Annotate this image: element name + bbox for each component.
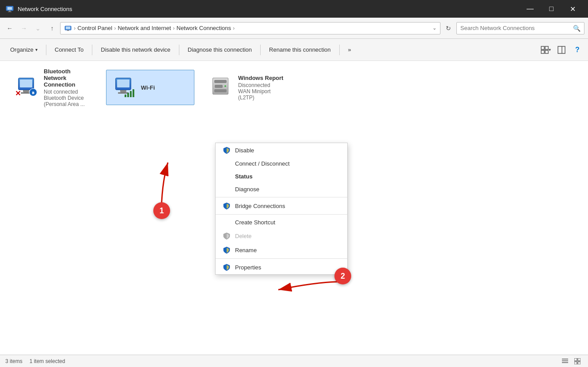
shield-rename-icon <box>223 246 231 254</box>
wifi-name: Wi-Fi <box>141 84 190 91</box>
search-icon: 🔍 <box>573 25 580 32</box>
server-info: Windows Report Disconnected WAN Miniport… <box>238 75 287 101</box>
svg-rect-6 <box>67 30 69 31</box>
toolbar: Organize ▾ Connect To Disable this netwo… <box>0 39 588 61</box>
disable-button[interactable]: Disable this network device <box>94 41 177 59</box>
connect-to-button[interactable]: Connect To <box>48 41 91 59</box>
toolbar-separator-4 <box>260 45 261 55</box>
svg-rect-11 <box>558 46 565 53</box>
more-button[interactable]: » <box>341 41 358 59</box>
svg-rect-19 <box>578 358 580 361</box>
bluetooth-info: Bluetooth Network Connection Not connect… <box>44 68 92 107</box>
svg-rect-2 <box>9 11 11 11</box>
recent-locations-button[interactable]: ⌄ <box>32 22 44 34</box>
bluetooth-status: Not connected <box>44 89 92 95</box>
main-content: ✕ ʙ Bluetooth Network Connection Not con… <box>0 61 588 355</box>
breadcrumb-sep-3: › <box>233 25 235 31</box>
connection-windows-report[interactable]: Windows Report Disconnected WAN Miniport… <box>203 70 292 105</box>
breadcrumb-sep-0: › <box>74 25 76 31</box>
status-bar: 3 items 1 item selected <box>0 355 588 367</box>
minimize-button[interactable]: — <box>520 2 540 16</box>
ctx-properties[interactable]: Properties <box>216 260 347 274</box>
help-button[interactable]: ? <box>570 43 584 57</box>
ctx-connect[interactable]: Connect / Disconnect <box>216 157 347 170</box>
toolbar-separator-1 <box>46 45 46 55</box>
status-items-count: 3 items <box>5 358 23 364</box>
breadcrumb-sep-1: › <box>114 25 116 31</box>
svg-rect-8 <box>545 46 548 49</box>
back-button[interactable]: ← <box>4 22 16 34</box>
connections-area: ✕ ʙ Bluetooth Network Connection Not con… <box>0 61 588 114</box>
svg-rect-18 <box>574 358 577 361</box>
svg-rect-10 <box>545 50 548 53</box>
rename-button[interactable]: Rename this connection <box>262 41 337 59</box>
forward-button[interactable]: → <box>18 22 30 34</box>
ctx-bridge[interactable]: Bridge Connections <box>216 199 347 213</box>
bluetooth-name: Bluetooth Network Connection <box>44 68 92 88</box>
toolbar-separator-2 <box>92 45 92 55</box>
diagnose-button[interactable]: Diagnose this connection <box>181 41 258 59</box>
view-dropdown-icon: ▾ <box>549 47 551 52</box>
context-menu: Disable Connect / Disconnect Status Diag… <box>215 143 348 275</box>
svg-rect-3 <box>8 11 11 12</box>
server-icon <box>208 75 233 100</box>
status-list-view-button[interactable] <box>560 356 570 367</box>
breadcrumb-network-internet[interactable]: Network and Internet <box>118 25 171 31</box>
maximize-button[interactable]: □ <box>541 2 561 16</box>
svg-rect-21 <box>578 362 580 364</box>
breadcrumb-control-panel[interactable]: Control Panel <box>77 25 112 31</box>
window-title: Network Connections <box>18 6 516 12</box>
view-options-button[interactable]: ▾ <box>539 43 553 57</box>
connection-bluetooth[interactable]: ✕ ʙ Bluetooth Network Connection Not con… <box>9 70 97 105</box>
toolbar-separator-3 <box>179 45 179 55</box>
ctx-sep-3 <box>216 258 347 259</box>
toolbar-right: ▾ ? <box>539 43 584 57</box>
ctx-disable[interactable]: Disable <box>216 143 347 157</box>
svg-rect-1 <box>8 7 12 10</box>
address-bar: ← → ⌄ ↑ › Control Panel › Network and In… <box>0 18 588 39</box>
breadcrumb-sep-2: › <box>173 25 175 31</box>
ctx-status[interactable]: Status <box>216 170 347 183</box>
svg-rect-5 <box>66 26 70 29</box>
close-button[interactable]: ✕ <box>562 2 583 16</box>
shield-disable-icon <box>223 146 231 154</box>
ctx-create-shortcut[interactable]: Create Shortcut <box>216 216 347 229</box>
wifi-bars-icon <box>125 89 134 97</box>
toolbar-separator-5 <box>339 45 340 55</box>
search-input[interactable] <box>460 25 570 31</box>
ctx-sep-1 <box>216 197 347 197</box>
status-grid-view-button[interactable] <box>572 356 583 367</box>
svg-rect-9 <box>541 50 544 53</box>
status-view-buttons <box>560 356 583 367</box>
connection-wifi[interactable]: Wi-Fi <box>106 70 194 105</box>
app-icon <box>5 4 14 13</box>
breadcrumb-network-connections[interactable]: Network Connections <box>177 25 231 31</box>
ctx-sep-2 <box>216 214 347 215</box>
window-controls: — □ ✕ <box>520 2 583 16</box>
refresh-button[interactable]: ↻ <box>442 22 455 34</box>
shield-properties-icon <box>223 263 231 271</box>
annotation-2: 2 <box>334 268 351 284</box>
bluetooth-icon: ✕ ʙ <box>14 75 38 100</box>
search-box: 🔍 <box>456 22 584 34</box>
shield-delete-icon <box>223 232 231 240</box>
svg-rect-7 <box>541 46 544 49</box>
breadcrumb: › Control Panel › Network and Internet ›… <box>60 22 440 34</box>
organize-button[interactable]: Organize ▾ <box>4 41 44 59</box>
bluetooth-type: Bluetooth Device (Personal Area ... <box>44 95 92 107</box>
server-type: WAN Miniport (L2TP) <box>238 88 287 101</box>
ctx-rename[interactable]: Rename <box>216 243 347 257</box>
breadcrumb-dropdown-button[interactable]: ⌄ <box>432 25 436 31</box>
organize-dropdown-icon: ▾ <box>35 47 38 52</box>
preview-pane-button[interactable] <box>554 43 569 57</box>
svg-rect-20 <box>574 362 577 364</box>
title-bar: Network Connections — □ ✕ <box>0 0 588 18</box>
wifi-icon <box>111 75 136 100</box>
wifi-info: Wi-Fi <box>141 84 190 91</box>
server-name: Windows Report <box>238 75 287 81</box>
server-status: Disconnected <box>238 82 287 88</box>
up-button[interactable]: ↑ <box>46 22 58 34</box>
ctx-delete: Delete <box>216 229 347 243</box>
shield-bridge-icon <box>223 202 231 210</box>
ctx-diagnose[interactable]: Diagnose <box>216 183 347 196</box>
